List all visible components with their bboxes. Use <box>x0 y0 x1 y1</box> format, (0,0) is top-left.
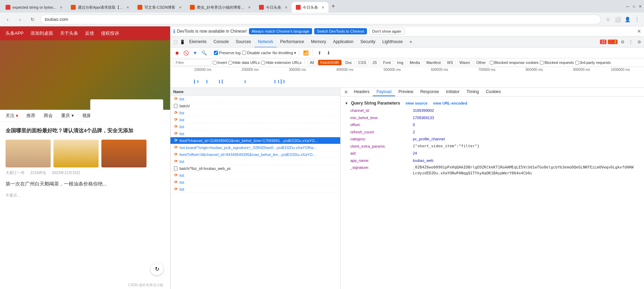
invert-checkbox[interactable] <box>213 61 217 65</box>
hide-data-checkbox[interactable] <box>228 61 232 65</box>
select-element-icon[interactable]: ⬚ <box>172 39 179 46</box>
nav-app[interactable]: 头条APP <box>6 30 24 36</box>
tab-6[interactable]: 今日头条 ✕ <box>292 2 328 13</box>
type-doc[interactable]: Doc <box>343 60 355 65</box>
tab-close-6[interactable]: ✕ <box>321 6 324 9</box>
detail-tab-response[interactable]: Response <box>417 88 442 96</box>
req-row-14[interactable]: ⟳ list <box>170 186 340 193</box>
filter-button[interactable]: ▼ <box>191 49 199 57</box>
preserve-log-checkbox[interactable] <box>214 51 218 55</box>
blocked-requests-label[interactable]: Blocked requests <box>540 60 574 65</box>
detail-tab-preview[interactable]: Preview <box>395 88 417 96</box>
tab-memory[interactable]: Memory <box>308 36 329 48</box>
view-source-link[interactable]: view source <box>405 101 427 105</box>
tab-lighthouse[interactable]: Lighthouse <box>379 36 406 48</box>
blocked-cookies-label[interactable]: Blocked response cookies <box>490 60 539 65</box>
detail-tab-initiator[interactable]: Initiator <box>442 88 463 96</box>
filter-input[interactable] <box>173 59 211 66</box>
nav-about[interactable]: 关于头条 <box>60 30 78 36</box>
req-row-2[interactable]: batch/ <box>170 102 340 109</box>
cast-icon[interactable]: ⬜ <box>613 15 622 24</box>
req-row-8[interactable]: ⟳ hot-board/?origin=toutiao_pc&_signatur… <box>170 144 340 151</box>
info-close-button[interactable]: ✕ <box>637 28 641 34</box>
type-font[interactable]: Font <box>381 60 393 65</box>
article-title-1[interactable]: 全国哪里的面粉最好吃？请认清这4个品牌，安全无添加 <box>0 122 170 140</box>
tab-close-1[interactable]: ✕ <box>60 6 62 9</box>
type-css[interactable]: CSS <box>356 60 369 65</box>
req-row-9[interactable]: ⟳ feed?offset=0&channel_id=94349549395&m… <box>170 151 340 158</box>
tab-application[interactable]: Application <box>329 36 357 48</box>
tab-recommend[interactable]: 推荐 <box>26 113 35 119</box>
settings2-icon[interactable]: ⚙ <box>636 39 643 46</box>
hide-data-checkbox-label[interactable]: Hide data URLs <box>228 60 260 65</box>
type-wasm[interactable]: Wasm <box>457 60 472 65</box>
tab-congress[interactable]: 两会 <box>44 113 53 119</box>
third-party-checkbox[interactable] <box>575 61 579 65</box>
forward-button[interactable]: › <box>15 15 25 24</box>
type-manifest[interactable]: Manifest <box>424 60 443 65</box>
type-js[interactable]: JS <box>370 60 379 65</box>
section-toggle[interactable]: ▼ <box>345 101 348 105</box>
req-row-6[interactable]: ⟳ list <box>170 130 340 137</box>
req-row-1[interactable]: ⟳ list <box>170 96 340 102</box>
device-mode-icon[interactable]: 📱 <box>179 39 186 46</box>
settings-icon[interactable]: ⚙ <box>619 39 626 46</box>
req-row-13[interactable]: ⟳ list <box>170 179 340 186</box>
reload-button[interactable]: ↻ <box>28 15 37 24</box>
tab-4[interactable]: 爬虫_好奇养活小猫的博客... ✕ <box>186 2 254 13</box>
type-fetch-xhr[interactable]: Fetch/XHR <box>318 60 342 65</box>
type-other[interactable]: Other <box>474 60 488 65</box>
view-url-encoded-link[interactable]: view URL-encoded <box>433 101 467 105</box>
req-row-12[interactable]: ⟳ list <box>170 172 340 179</box>
req-row-5[interactable]: ⟳ list <box>170 123 340 130</box>
back-button[interactable]: ‹ <box>3 15 12 24</box>
clear-button[interactable]: 🚫 <box>182 49 190 57</box>
tab-1[interactable]: expected string or bytes... ✕ <box>1 2 67 13</box>
profile-icon[interactable]: 👤 <box>623 15 632 24</box>
blocked-cookies-checkbox[interactable] <box>490 61 494 65</box>
switch-chinese-button[interactable]: Switch DevTools to Chinese <box>314 28 367 34</box>
disable-cache-checkbox[interactable] <box>242 51 246 55</box>
tab-more[interactable]: » <box>406 36 416 48</box>
hide-ext-checkbox[interactable] <box>261 61 265 65</box>
minimize-button[interactable]: — <box>625 4 630 9</box>
hide-ext-checkbox-label[interactable]: Hide extension URLs <box>261 60 301 65</box>
refresh-button[interactable]: ↻ <box>151 263 163 275</box>
detail-tab-timing[interactable]: Timing <box>463 88 483 96</box>
new-tab-button[interactable]: + <box>328 1 338 11</box>
disable-cache-label[interactable]: Disable cache <box>242 51 271 55</box>
more-options-icon[interactable]: ⋮ <box>627 39 634 46</box>
export-har-button[interactable]: ⬇ <box>325 49 332 57</box>
import-har-button[interactable]: ⬆ <box>316 49 323 57</box>
detail-tab-payload[interactable]: Payload <box>373 88 395 96</box>
search-button[interactable]: 🔍 <box>200 49 208 57</box>
detail-tab-cookies[interactable]: Cookies <box>482 88 504 96</box>
tab-2[interactable]: 通过分析Ajax请求抓取【... ✕ <box>67 2 133 13</box>
tab-close-2[interactable]: ✕ <box>126 6 129 9</box>
bookmark-icon[interactable]: ☆ <box>604 15 612 24</box>
nav-feedback[interactable]: 反馈 <box>85 30 94 36</box>
blocked-requests-checkbox[interactable] <box>540 61 544 65</box>
type-ws[interactable]: WS <box>444 60 455 65</box>
tab-subscribe[interactable]: 关注 <box>6 113 18 119</box>
dont-show-button[interactable]: Don't show again <box>369 28 404 35</box>
req-row-10[interactable]: ⟳ list <box>170 158 340 165</box>
record-button[interactable]: ⏺ <box>173 49 181 57</box>
req-row-7[interactable]: ⟳ feed?channel_id=3189399002&min_behot_t… <box>170 137 340 144</box>
tab-close-5[interactable]: ✕ <box>285 6 287 9</box>
close-button[interactable]: ✕ <box>638 4 643 9</box>
tab-video[interactable]: 视频 <box>82 113 91 119</box>
nav-report[interactable]: 侵权投诉 <box>101 30 119 36</box>
tab-close-3[interactable]: ✕ <box>179 6 182 9</box>
req-row-4[interactable]: ⟳ list <box>170 116 340 123</box>
req-row-11[interactable]: batch/?biz_id=toutiao_web_pc <box>170 165 340 172</box>
tab-elements[interactable]: Elements <box>186 36 210 48</box>
invert-checkbox-label[interactable]: Invert <box>213 60 227 65</box>
maximize-button[interactable]: □ <box>632 4 636 9</box>
details-close-button[interactable]: ✕ <box>342 88 350 96</box>
match-language-button[interactable]: Always match Chrome's language <box>249 28 312 34</box>
tab-network[interactable]: Network <box>254 36 277 48</box>
req-row-3[interactable]: ⟳ list <box>170 109 340 116</box>
type-img[interactable]: Img <box>395 60 406 65</box>
preserve-log-label[interactable]: Preserve log <box>214 51 241 55</box>
